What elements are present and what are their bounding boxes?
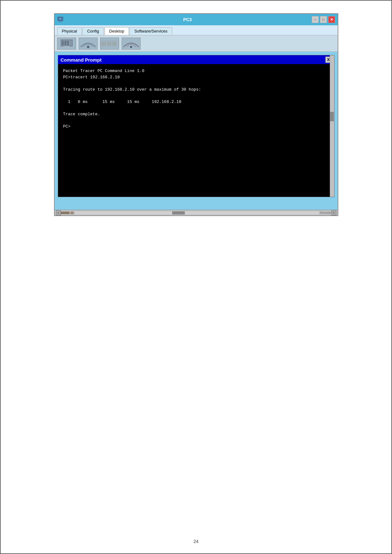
simulator-window: PC3 – □ ✕ Physical Config Desktop Softwa… [54, 13, 338, 216]
tab-desktop[interactable]: Desktop [105, 27, 129, 35]
svg-point-9 [87, 45, 89, 48]
command-prompt-window: Command Prompt X Packet Tracer PC Comman… [58, 55, 335, 197]
close-window-button[interactable]: ✕ [328, 16, 335, 23]
tab-config[interactable]: Config [82, 27, 104, 35]
tab-physical[interactable]: Physical [57, 27, 82, 35]
page-container: PC3 – □ ✕ Physical Config Desktop Softwa… [1, 1, 391, 553]
title-bar: PC3 – □ ✕ [55, 14, 338, 25]
device-area [55, 35, 338, 52]
scroll-right-button[interactable]: › [331, 210, 336, 215]
minimize-button[interactable]: – [312, 16, 319, 23]
svg-point-14 [130, 46, 132, 48]
bottom-bar: ‹ Activate › [55, 210, 338, 215]
window-title: PC3 [63, 17, 312, 22]
svg-rect-13 [112, 42, 117, 45]
pc-icon [57, 16, 63, 23]
svg-rect-11 [101, 42, 106, 45]
svg-point-3 [60, 18, 61, 19]
scroll-left-button[interactable]: ‹ [56, 210, 61, 215]
scrollbar-thumb [330, 112, 334, 121]
tab-bar: Physical Config Desktop Software/Service… [55, 25, 338, 35]
svg-rect-5 [62, 41, 64, 45]
command-title-bar: Command Prompt X [58, 55, 334, 64]
bottom-icon-1 [61, 212, 70, 214]
tab-software[interactable]: Software/Services [130, 27, 172, 35]
svg-rect-6 [64, 41, 66, 45]
desktop-area: Command Prompt X Packet Tracer PC Comman… [55, 52, 338, 210]
svg-rect-7 [67, 41, 69, 45]
right-scrollbar[interactable] [330, 55, 334, 197]
device-icon-4 [122, 38, 141, 50]
svg-rect-2 [58, 21, 62, 22]
bottom-scroll-thumb [172, 211, 185, 214]
svg-rect-1 [59, 21, 62, 21]
title-bar-controls: – □ ✕ [312, 16, 335, 23]
svg-rect-12 [107, 42, 112, 45]
bottom-scroll-track[interactable] [75, 211, 319, 214]
maximize-button[interactable]: □ [320, 16, 327, 23]
device-icon-3 [100, 38, 119, 50]
svg-rect-8 [63, 46, 70, 47]
left-icons [61, 212, 74, 214]
command-prompt-body[interactable]: Packet Tracer PC Command Line 1.0 PC>tra… [58, 64, 334, 197]
bottom-icon-2 [70, 212, 73, 214]
activate-label: Activate [320, 211, 331, 214]
page-number: 24 [194, 539, 199, 544]
command-prompt-title: Command Prompt [61, 57, 102, 63]
device-icon-2 [79, 38, 98, 50]
device-icon-1 [57, 38, 76, 50]
